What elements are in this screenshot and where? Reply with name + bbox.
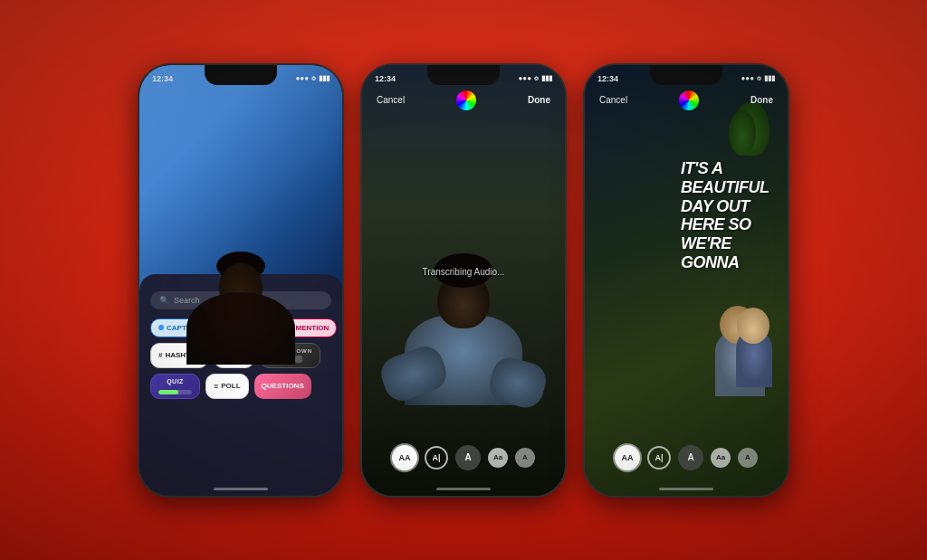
- color-wheel-3[interactable]: [679, 90, 699, 110]
- quiz-sticker[interactable]: QUIZ: [150, 374, 200, 399]
- cancel-button-3[interactable]: Cancel: [599, 95, 627, 105]
- quiz-bar: [158, 390, 192, 394]
- phone-1-screen: 12:34 ●●● ⌾ ▮▮▮ 🔍 Search CAPTION: [139, 65, 342, 496]
- status-time-1: 12:34: [152, 74, 173, 83]
- battery-icon-3: ▮▮▮: [764, 74, 775, 82]
- cap3-style-plain[interactable]: A: [678, 445, 703, 470]
- phone-3: 12:34 ●●● ⌾ ▮▮▮ Cancel Done IT'S A BEAUT…: [583, 63, 789, 498]
- phone2-header: Cancel Done: [362, 90, 565, 110]
- search-placeholder: Search: [174, 296, 200, 305]
- phone-3-screen: 12:34 ●●● ⌾ ▮▮▮ Cancel Done IT'S A BEAUT…: [585, 65, 788, 496]
- done-button-2[interactable]: Done: [528, 95, 550, 105]
- questions-label: QUESTIONS: [262, 382, 304, 390]
- status-time-3: 12:34: [597, 74, 618, 83]
- cap-style-plain[interactable]: A: [455, 445, 481, 470]
- status-bar-3: 12:34 ●●● ⌾ ▮▮▮: [585, 65, 788, 89]
- cap-style-a5[interactable]: A: [515, 448, 535, 468]
- home-indicator-3: [659, 488, 713, 490]
- phone-2-screen: 12:34 ●●● ⌾ ▮▮▮ Cancel Done Transcribing…: [362, 65, 565, 496]
- cap3-style-outline[interactable]: A|: [647, 446, 671, 470]
- color-wheel-2[interactable]: [456, 90, 476, 110]
- cancel-button-2[interactable]: Cancel: [377, 95, 405, 105]
- battery-icon-2: ▮▮▮: [541, 74, 552, 82]
- battery-icon: ▮▮▮: [319, 74, 330, 82]
- person-body: [186, 292, 295, 365]
- person3b-head: [737, 308, 769, 344]
- signal-icon: ●●●: [296, 74, 310, 82]
- signal-icon-2: ●●●: [519, 74, 532, 82]
- quiz-bar-fill: [158, 390, 178, 394]
- status-icons-3: ●●● ⌾ ▮▮▮: [741, 74, 776, 82]
- home-indicator-1: [214, 488, 268, 490]
- done-button-3[interactable]: Done: [750, 95, 773, 105]
- status-bar-2: 12:34 ●●● ⌾ ▮▮▮: [362, 65, 565, 89]
- caption-styles-3: AA A| A Aa A: [615, 445, 758, 470]
- search-icon: 🔍: [159, 296, 169, 305]
- poll-sticker[interactable]: ≡ POLL: [205, 374, 249, 399]
- countdown-sq-3: [295, 356, 302, 363]
- cap-style-bold[interactable]: AA: [392, 445, 417, 470]
- wifi-icon: ⌾: [311, 74, 316, 82]
- status-icons-2: ●●● ⌾ ▮▮▮: [519, 74, 553, 82]
- poll-icon: ≡: [214, 382, 218, 391]
- person3-group: [711, 324, 774, 441]
- status-bar-1: 12:34 ●●● ⌾ ▮▮▮: [139, 65, 342, 89]
- phone-2-bg: [362, 65, 565, 496]
- phone-1: 12:34 ●●● ⌾ ▮▮▮ 🔍 Search CAPTION: [138, 63, 344, 498]
- wifi-icon-2: ⌾: [534, 74, 539, 82]
- home-indicator-2: [436, 488, 491, 490]
- quiz-label: QUIZ: [167, 378, 184, 384]
- caption-styles-2: AA A| A Aa A: [392, 445, 535, 470]
- big-caption-text: IT'S A BEAUTIFUL DAY OUT HERE SO WE'RE G…: [681, 159, 780, 271]
- sticker-row-3: QUIZ ≡ POLL QUESTIONS: [150, 374, 331, 399]
- cap3-style-aa[interactable]: Aa: [711, 448, 731, 468]
- wifi-icon-3: ⌾: [757, 74, 761, 82]
- questions-sticker[interactable]: QUESTIONS: [254, 374, 311, 399]
- transcribe-label: Transcribing Audio...: [423, 266, 505, 276]
- caption-dot: [158, 325, 164, 330]
- hash-icon: #: [158, 351, 162, 359]
- phone-2: 12:34 ●●● ⌾ ▮▮▮ Cancel Done Transcribing…: [360, 63, 567, 498]
- cap-style-outline[interactable]: A|: [425, 446, 448, 470]
- tree-2: [729, 110, 756, 156]
- signal-icon-3: ●●●: [741, 74, 755, 82]
- cap3-style-a5[interactable]: A: [738, 448, 758, 468]
- phone-3-bg: [585, 65, 788, 496]
- cap3-style-bold[interactable]: AA: [615, 445, 640, 470]
- mention-label: MENTION: [295, 324, 329, 332]
- status-time-2: 12:34: [375, 74, 396, 83]
- phone3-header: Cancel Done: [585, 90, 788, 110]
- cap-style-aa[interactable]: Aa: [488, 448, 508, 468]
- poll-label: POLL: [221, 382, 240, 390]
- status-icons-1: ●●● ⌾ ▮▮▮: [296, 74, 330, 82]
